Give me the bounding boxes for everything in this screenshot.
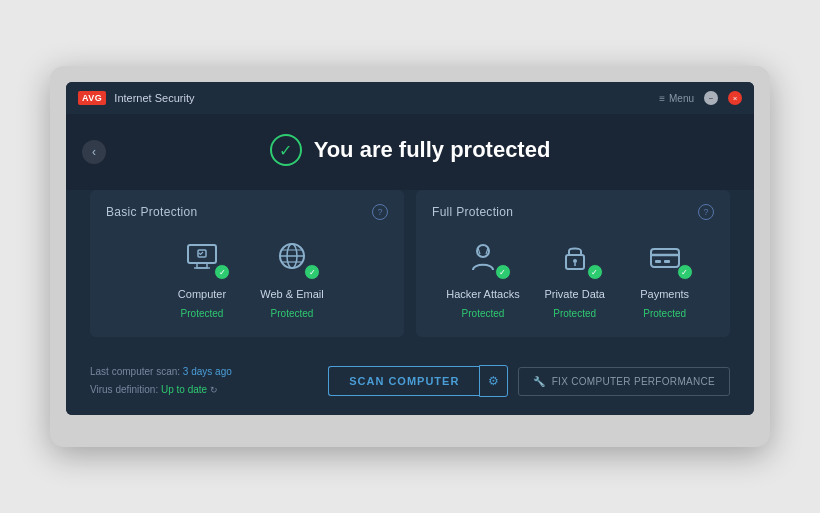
hacker-label: Hacker Attacks	[446, 288, 519, 300]
payments-icon-container: ✓	[639, 236, 691, 280]
fix-performance-button[interactable]: 🔧 FIX COMPUTER PERFORMANCE	[518, 367, 730, 396]
titlebar-right: ≡ Menu − ×	[659, 91, 742, 105]
bottom-bar: Last computer scan: 3 days ago Virus def…	[66, 353, 754, 415]
settings-icon: ⚙	[488, 374, 499, 388]
scan-button-group: SCAN COMPUTER ⚙	[328, 365, 508, 397]
fix-icon: 🔧	[533, 376, 545, 387]
web-email-icon-container: ✓	[266, 236, 318, 280]
web-email-status: Protected	[271, 308, 314, 319]
full-protection-items: ✓ Hacker Attacks Protected	[432, 236, 714, 319]
hacker-status: Protected	[462, 308, 505, 319]
screen: AVG Internet Security ≡ Menu − × ‹ ✓	[66, 82, 754, 415]
basic-protection-items: ✓ Computer Protected	[106, 236, 388, 319]
minimize-button[interactable]: −	[704, 91, 718, 105]
scan-settings-button[interactable]: ⚙	[479, 365, 508, 397]
hacker-attacks-item: ✓ Hacker Attacks Protected	[446, 236, 519, 319]
last-scan-line: Last computer scan: 3 days ago	[90, 363, 232, 381]
svg-rect-14	[651, 249, 679, 267]
private-check-badge: ✓	[587, 264, 603, 280]
computer-label: Computer	[178, 288, 226, 300]
payments-check-badge: ✓	[677, 264, 693, 280]
full-panel-header: Full Protection ?	[432, 204, 714, 220]
laptop-frame: AVG Internet Security ≡ Menu − × ‹ ✓	[50, 66, 770, 447]
private-data-icon-container: ✓	[549, 236, 601, 280]
web-email-label: Web & Email	[260, 288, 323, 300]
panels-section: Basic Protection ?	[66, 190, 754, 353]
web-check-badge: ✓	[304, 264, 320, 280]
basic-protection-panel: Basic Protection ?	[90, 190, 404, 337]
titlebar: AVG Internet Security ≡ Menu − ×	[66, 82, 754, 114]
scan-info: Last computer scan: 3 days ago Virus def…	[90, 363, 232, 399]
payments-status: Protected	[643, 308, 686, 319]
payments-item: ✓ Payments Protected	[630, 236, 700, 319]
status-title: You are fully protected	[314, 137, 551, 163]
status-row: ✓ You are fully protected	[66, 134, 754, 166]
last-scan-value: 3 days ago	[183, 366, 232, 377]
scan-computer-button[interactable]: SCAN COMPUTER	[328, 366, 479, 396]
svg-rect-0	[188, 245, 216, 263]
basic-info-icon[interactable]: ?	[372, 204, 388, 220]
full-info-icon[interactable]: ?	[698, 204, 714, 220]
hacker-check-badge: ✓	[495, 264, 511, 280]
web-email-item: ✓ Web & Email Protected	[257, 236, 327, 319]
private-data-status: Protected	[553, 308, 596, 319]
refresh-icon[interactable]: ↻	[210, 382, 218, 398]
full-panel-title: Full Protection	[432, 205, 513, 219]
private-data-label: Private Data	[544, 288, 605, 300]
full-protection-panel: Full Protection ?	[416, 190, 730, 337]
hacker-icon-container: ✓	[457, 236, 509, 280]
svg-point-12	[573, 259, 577, 263]
status-check-icon: ✓	[270, 134, 302, 166]
main-content: ‹ ✓ You are fully protected Basic Protec…	[66, 114, 754, 415]
svg-rect-17	[664, 260, 670, 263]
virus-def-value: Up to date	[161, 384, 207, 395]
avg-logo: AVG	[78, 91, 106, 105]
payments-label: Payments	[640, 288, 689, 300]
nav-back-button[interactable]: ‹	[82, 140, 106, 164]
virus-def-line: Virus definition: Up to date ↻	[90, 381, 232, 399]
basic-panel-title: Basic Protection	[106, 205, 198, 219]
close-button[interactable]: ×	[728, 91, 742, 105]
private-data-item: ✓ Private Data Protected	[540, 236, 610, 319]
titlebar-left: AVG Internet Security	[78, 91, 194, 105]
bottom-actions: SCAN COMPUTER ⚙ 🔧 FIX COMPUTER PERFORMAN…	[328, 365, 730, 397]
computer-check-badge: ✓	[214, 264, 230, 280]
computer-icon-container: ✓	[176, 236, 228, 280]
svg-rect-16	[655, 260, 661, 263]
header-section: ‹ ✓ You are fully protected	[66, 114, 754, 190]
menu-button[interactable]: ≡ Menu	[659, 93, 694, 104]
basic-panel-header: Basic Protection ?	[106, 204, 388, 220]
app-title: Internet Security	[114, 92, 194, 104]
computer-status: Protected	[181, 308, 224, 319]
computer-item: ✓ Computer Protected	[167, 236, 237, 319]
